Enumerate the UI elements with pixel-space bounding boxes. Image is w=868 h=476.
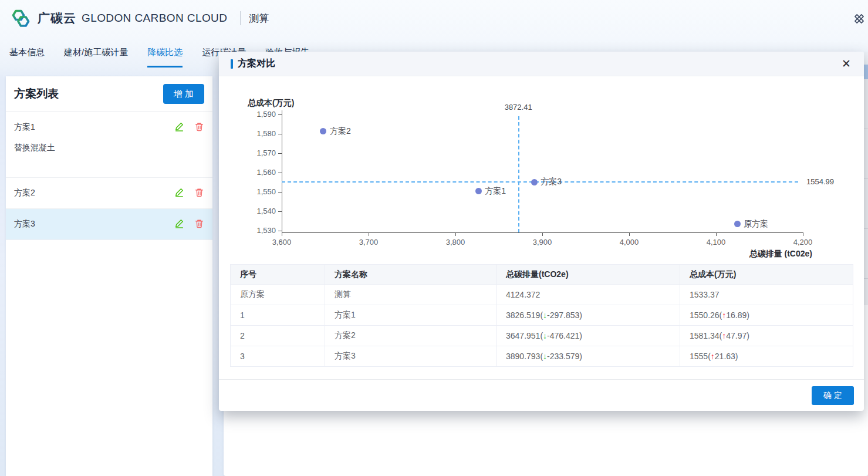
delete-icon[interactable] <box>193 120 205 132</box>
cell-emission: 4124.372 <box>497 285 680 305</box>
scheme-list-title: 方案列表 <box>14 86 59 102</box>
y-axis-title: 总成本(万元) <box>248 98 294 109</box>
cell-emission: 3826.519(↓-297.853) <box>497 305 680 326</box>
scatter-point-label: 方案1 <box>485 186 506 197</box>
scatter-point[interactable] <box>531 179 538 185</box>
x-tick-mark <box>629 232 630 236</box>
ref-line-horizontal <box>282 181 798 183</box>
x-tick-mark <box>282 232 282 236</box>
table-header-row: 序号方案名称总碳排量(tCO2e)总成本(万元) <box>231 265 853 285</box>
y-tick-mark <box>278 173 282 173</box>
scatter-point[interactable] <box>475 188 482 194</box>
edit-icon[interactable] <box>173 186 185 198</box>
y-tick-label: 1,550 <box>239 187 276 196</box>
y-tick-label: 1,570 <box>239 148 276 157</box>
modal-header: 方案对比 ✕ <box>219 52 864 76</box>
cell-cost: 1550.26(↑16.89) <box>680 305 853 326</box>
tab-carbon-reduction-comparison[interactable]: 降碳比选 <box>147 47 183 67</box>
x-tick-mark <box>369 232 369 236</box>
increase-arrow-icon: ↑ <box>722 310 726 320</box>
scheme-item-desc: 替换混凝土 <box>14 143 204 153</box>
cell-scheme-name: 方案3 <box>325 346 497 367</box>
table-header-cell: 方案名称 <box>325 265 497 285</box>
scatter-point-label: 方案2 <box>330 126 351 137</box>
cell-seq: 2 <box>231 326 325 346</box>
scheme-list: 方案1替换混凝土方案2方案3 <box>6 112 212 240</box>
table-header-cell: 总成本(万元) <box>680 265 853 285</box>
y-tick-mark <box>278 211 282 212</box>
edit-icon[interactable] <box>173 120 185 132</box>
decrease-arrow-icon: ↓ <box>543 310 547 320</box>
modal-accent-bar <box>231 59 233 69</box>
scheme-list-item[interactable]: 方案1替换混凝土 <box>6 112 212 178</box>
y-tick-mark <box>278 153 282 154</box>
app-logo <box>8 8 32 29</box>
delete-icon[interactable] <box>193 186 205 198</box>
brand-name-cn: 广碳云 <box>38 10 76 26</box>
y-tick-label: 1,530 <box>239 226 276 235</box>
cell-emission: 3647.951(↓-476.421) <box>497 326 680 346</box>
scheme-compare-modal: 方案对比 ✕ 总成本(万元) 总碳排量 (tC02e) 3,6003,7003,… <box>219 52 864 411</box>
table-header-cell: 总碳排量(tCO2e) <box>497 265 680 285</box>
confirm-button[interactable]: 确 定 <box>812 386 854 405</box>
cell-emission: 3890.793(↓-233.579) <box>497 346 680 367</box>
add-scheme-button[interactable]: 增 加 <box>163 84 204 104</box>
comparison-scatter-chart: 总成本(万元) 总碳排量 (tC02e) 3,6003,7003,8003,90… <box>219 76 864 264</box>
brand-name-en: GLODON CARBON CLOUD <box>82 12 227 25</box>
x-tick-mark <box>542 232 543 236</box>
x-tick-mark <box>803 232 803 236</box>
close-icon[interactable]: ✕ <box>842 57 851 71</box>
x-tick-mark <box>455 232 456 236</box>
cell-seq: 3 <box>231 346 325 367</box>
table-header-cell: 序号 <box>231 265 325 285</box>
scheme-item-actions <box>173 120 205 132</box>
y-tick-label: 1,590 <box>239 110 276 119</box>
y-tick-label: 1,580 <box>239 129 276 138</box>
ref-x-label: 3872.41 <box>505 103 532 112</box>
cell-scheme-name: 方案1 <box>325 305 497 326</box>
x-tick-label: 4,200 <box>793 238 813 247</box>
x-axis-title: 总碳排量 (tC02e) <box>749 249 812 259</box>
header-divider <box>240 11 241 25</box>
page: 广碳云 GLODON CARBON CLOUD 测算 基本信息建材/施工碳计量降… <box>0 0 868 476</box>
module-name: 测算 <box>249 12 269 25</box>
cell-cost: 1555(↑21.63) <box>680 346 853 367</box>
increase-arrow-icon: ↑ <box>711 352 715 361</box>
scatter-point[interactable] <box>734 221 741 227</box>
decrease-arrow-icon: ↓ <box>543 352 547 361</box>
scheme-item-actions <box>173 186 205 198</box>
edit-icon[interactable] <box>173 217 185 229</box>
table-row: 2方案23647.951(↓-476.421)1581.34(↑47.97) <box>231 326 853 346</box>
tab-basic-info[interactable]: 基本信息 <box>9 47 45 67</box>
x-tick-label: 3,700 <box>359 238 379 247</box>
modal-title: 方案对比 <box>238 58 275 70</box>
cell-seq: 原方案 <box>231 285 325 305</box>
decrease-arrow-icon: ↓ <box>543 331 547 340</box>
scatter-point-label: 方案3 <box>541 177 562 187</box>
table-row: 3方案33890.793(↓-233.579)1555(↑21.63) <box>231 346 853 367</box>
design-tools-icon[interactable] <box>852 12 866 26</box>
table-row: 原方案测算4124.3721533.37 <box>231 285 853 305</box>
cell-cost: 1581.34(↑47.97) <box>680 326 853 346</box>
ref-y-label: 1554.99 <box>806 177 834 186</box>
delete-icon[interactable] <box>193 217 205 229</box>
covered-content-sliver <box>864 52 868 357</box>
cell-scheme-name: 方案2 <box>325 326 497 346</box>
x-tick-label: 4,000 <box>620 238 639 247</box>
y-tick-label: 1,540 <box>239 207 276 215</box>
scatter-point[interactable] <box>320 128 326 134</box>
modal-footer: 确 定 <box>219 379 864 411</box>
scatter-point-label: 原方案 <box>744 219 768 229</box>
app-header: 广碳云 GLODON CARBON CLOUD 测算 <box>0 0 868 36</box>
scheme-list-item[interactable]: 方案3 <box>6 209 212 240</box>
x-tick-label: 3,600 <box>272 238 292 247</box>
scheme-list-item[interactable]: 方案2 <box>6 178 212 209</box>
y-axis-line <box>282 110 282 233</box>
comparison-table: 序号方案名称总碳排量(tCO2e)总成本(万元) 原方案测算4124.37215… <box>230 264 853 367</box>
scheme-list-panel: 方案列表 增 加 方案1替换混凝土方案2方案3 <box>6 76 212 476</box>
cell-scheme-name: 测算 <box>325 285 497 305</box>
cell-seq: 1 <box>231 305 325 326</box>
x-tick-label: 4,100 <box>707 238 726 247</box>
table-row: 1方案13826.519(↓-297.853)1550.26(↑16.89) <box>231 305 853 326</box>
tab-material-construction-carbon[interactable]: 建材/施工碳计量 <box>64 47 128 67</box>
